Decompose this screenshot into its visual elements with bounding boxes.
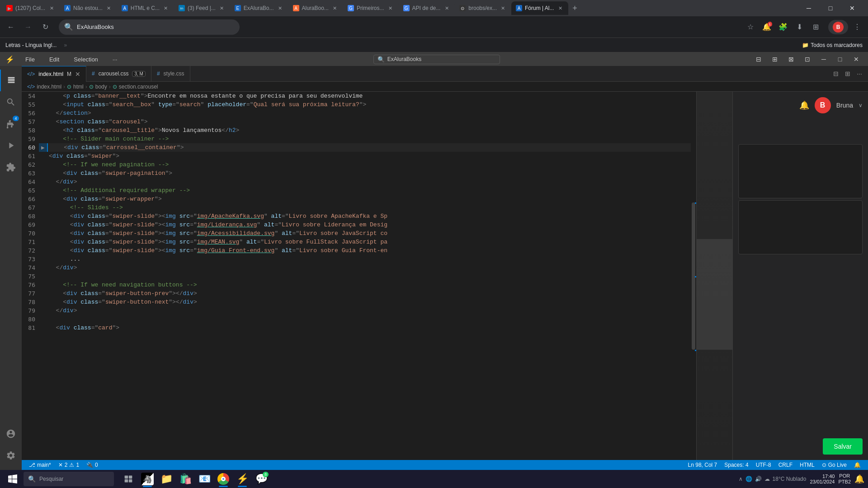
tab-github[interactable]: ⊙ broobs/ex... ✕: [455, 1, 511, 15]
spaces-status[interactable]: Spaces: 4: [721, 460, 752, 470]
reload-button[interactable]: ↻: [38, 20, 52, 34]
bookmark-icon[interactable]: ☆: [743, 20, 758, 34]
vscode-search-bar[interactable]: 🔍: [373, 55, 500, 64]
editor-scrollbar[interactable]: [691, 92, 696, 460]
bell-notification[interactable]: 🔔: [799, 100, 809, 110]
tab-github-close[interactable]: ✕: [500, 5, 507, 12]
panel-avatar[interactable]: B: [815, 97, 831, 113]
tab-api-close[interactable]: ✕: [443, 5, 450, 12]
taskbar-clock[interactable]: 17:40 23/01/2024: [810, 474, 835, 484]
bookmark-letras[interactable]: Letras - Língua Ingl...: [5, 42, 57, 48]
search-icon[interactable]: [0, 91, 22, 113]
layout-btn-2[interactable]: ⊞: [769, 54, 781, 64]
profile-button[interactable]: B: [828, 20, 848, 34]
tab-alurabooks[interactable]: A AluraBoo... ✕: [288, 1, 343, 15]
back-button[interactable]: ←: [4, 20, 18, 34]
ports-status[interactable]: 🔌 0: [83, 460, 102, 470]
start-button[interactable]: [4, 472, 22, 486]
vscode-search-input[interactable]: [387, 56, 478, 62]
minimize-button[interactable]: ─: [798, 0, 819, 16]
tab-alura1[interactable]: A Não estou... ✕: [60, 1, 117, 15]
tab-carousel-css[interactable]: # carousel.css 3, M: [86, 66, 151, 82]
network-icon[interactable]: 🌐: [745, 476, 752, 482]
address-input[interactable]: [77, 23, 234, 30]
language-status[interactable]: HTML: [796, 460, 818, 470]
close-button[interactable]: ✕: [842, 0, 863, 16]
fold-arrow-60[interactable]: ▶: [41, 145, 45, 150]
selection-menu[interactable]: Selection: [70, 55, 101, 64]
address-bar[interactable]: 🔍: [59, 19, 240, 35]
tab-forum-close[interactable]: ✕: [557, 5, 564, 12]
code-col[interactable]: <p class="banner__text">Encontre em noss…: [47, 92, 691, 460]
run-debug-icon[interactable]: [0, 135, 22, 156]
profile-icon[interactable]: [0, 423, 22, 445]
editor-layout-button[interactable]: ⊞: [843, 69, 853, 79]
taskbar-app-zebra[interactable]: 🦓: [138, 470, 156, 488]
tab-primeiros[interactable]: G Primeiros... ✕: [343, 1, 399, 15]
bell-status[interactable]: 🔔: [850, 460, 864, 470]
taskbar-app-outlook[interactable]: 📧: [195, 470, 213, 488]
edit-menu[interactable]: Edit: [46, 55, 63, 64]
vscode-maximize[interactable]: □: [834, 54, 846, 64]
notifications-icon[interactable]: 🔔 1: [760, 20, 774, 34]
live-server-status[interactable]: ⊙ Go Live: [818, 460, 850, 470]
tab-style-css[interactable]: # style.css: [151, 66, 190, 82]
layout-btn-4[interactable]: ⊡: [801, 54, 814, 64]
layout-btn-1[interactable]: ⊟: [752, 54, 765, 64]
encoding-status[interactable]: UTF-8: [752, 460, 775, 470]
tab-youtube-close[interactable]: ✕: [48, 5, 55, 12]
cursor-position[interactable]: Ln 98, Col 7: [684, 460, 721, 470]
notifications-button[interactable]: 🔔: [854, 474, 864, 484]
extensions-icon[interactable]: [0, 156, 22, 178]
breadcrumb-body[interactable]: ⊙ body: [89, 84, 107, 90]
tab-alura1-close[interactable]: ✕: [105, 5, 113, 12]
more-menu[interactable]: ···: [109, 55, 121, 64]
task-view-button[interactable]: [119, 470, 137, 488]
tab-html[interactable]: A HTML e C... ✕: [117, 1, 174, 15]
split-editor-button[interactable]: ⊟: [831, 69, 841, 79]
errors-status[interactable]: ✕ 2 ⚠ 1: [55, 460, 83, 470]
minimap[interactable]: [696, 92, 732, 460]
sidebar-icon[interactable]: ⊞: [808, 20, 823, 34]
tab-index-close[interactable]: ✕: [75, 70, 80, 78]
tab-youtube[interactable]: ▶ (1207) Col... ✕: [2, 1, 60, 15]
tab-forum[interactable]: A Fórum | Al... ✕: [511, 1, 568, 15]
tab-linkedin[interactable]: in (3) Feed |... ✕: [174, 1, 230, 15]
download-icon[interactable]: ⬇: [792, 20, 807, 34]
taskbar-lang[interactable]: POR PTB2: [838, 473, 851, 485]
explorer-icon[interactable]: [0, 70, 22, 91]
volume-icon[interactable]: 🔊: [755, 476, 762, 482]
forward-button[interactable]: →: [21, 20, 35, 34]
breadcrumb-file[interactable]: </> index.html: [27, 84, 61, 90]
tab-linkedin-close[interactable]: ✕: [218, 5, 226, 12]
chevron-up-icon[interactable]: ∧: [739, 476, 743, 482]
maximize-button[interactable]: □: [820, 0, 841, 16]
taskbar-app-whatsapp[interactable]: 💬 8: [252, 470, 270, 488]
tab-exalura[interactable]: E ExAluraBo... ✕: [230, 1, 288, 15]
panel-chevron[interactable]: ∨: [859, 102, 863, 108]
extensions-icon[interactable]: 🧩: [776, 20, 790, 34]
vscode-close[interactable]: ✕: [850, 54, 863, 64]
breadcrumb-html[interactable]: ⊙ html: [67, 84, 84, 90]
source-control-icon[interactable]: 4: [0, 113, 22, 135]
settings-icon[interactable]: [0, 445, 22, 466]
file-menu[interactable]: File: [22, 55, 38, 64]
menu-button[interactable]: ⋮: [850, 20, 864, 34]
taskbar-app-store[interactable]: 🛍️: [176, 470, 194, 488]
tab-api[interactable]: G API de de... ✕: [399, 1, 455, 15]
breadcrumb-section[interactable]: ⊙ section.carousel: [113, 84, 158, 90]
tab-index-html[interactable]: </> index.html M ✕: [22, 66, 86, 82]
vscode-minimize[interactable]: ─: [817, 54, 830, 64]
git-branch[interactable]: ⎇ main*: [25, 460, 55, 470]
tab-html-close[interactable]: ✕: [162, 5, 170, 12]
taskbar-app-files[interactable]: 📁: [157, 470, 175, 488]
taskbar-app-chrome[interactable]: [214, 470, 232, 488]
new-tab-button[interactable]: +: [568, 2, 581, 14]
tab-exalura-close[interactable]: ✕: [277, 5, 284, 12]
tab-alurabooks-close[interactable]: ✕: [331, 5, 339, 12]
bookmarks-folder[interactable]: 📁 Todos os marcadores: [802, 42, 863, 48]
tab-primeiros-close[interactable]: ✕: [387, 5, 394, 12]
more-actions-button[interactable]: ···: [854, 69, 864, 79]
taskbar-search-box[interactable]: 🔍 Pesquisar: [24, 472, 114, 486]
line-ending-status[interactable]: CRLF: [775, 460, 796, 470]
